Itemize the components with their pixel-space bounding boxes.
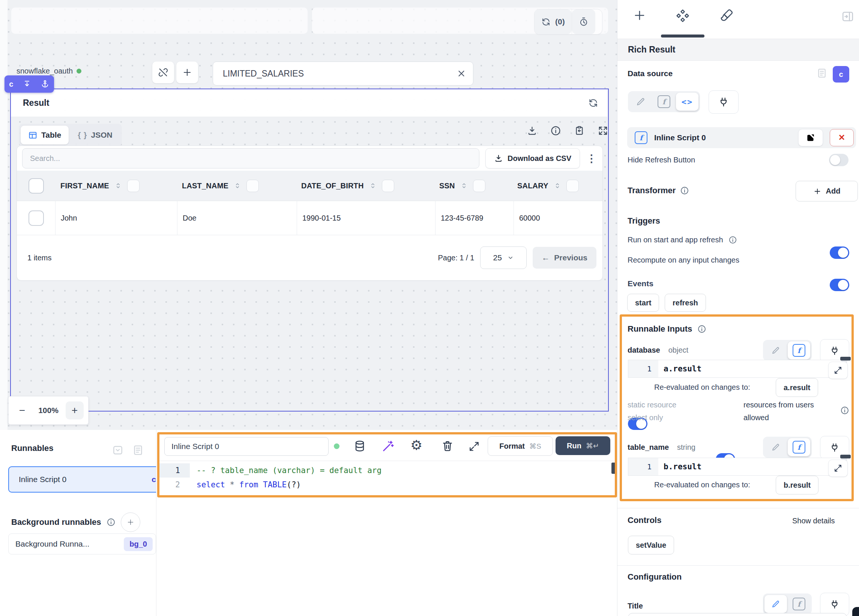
open-script-button[interactable]: [798, 129, 823, 146]
table-name-expression-editor[interactable]: 1 b.result: [628, 458, 847, 476]
fx-mode-option[interactable]: f: [788, 341, 810, 360]
mini-editor-scrollbar[interactable]: [840, 455, 851, 458]
runnables-doc-icon[interactable]: [132, 444, 144, 456]
component-action-pill[interactable]: c: [5, 75, 54, 93]
clear-input-icon[interactable]: [456, 69, 466, 78]
download-icon[interactable]: [527, 125, 537, 136]
collapse-panel-icon[interactable]: [841, 10, 854, 23]
trash-icon[interactable]: [441, 440, 454, 452]
expand-editor-icon[interactable]: [468, 441, 480, 452]
editor-scrollbar[interactable]: [611, 463, 616, 474]
static-mode-option[interactable]: [764, 438, 787, 456]
info-icon[interactable]: [106, 518, 116, 527]
column-header[interactable]: DATE_OF_BIRTH: [296, 171, 434, 201]
add-background-runnable-button[interactable]: [121, 513, 140, 532]
control-chip-setvalue[interactable]: setValue: [628, 536, 674, 555]
zoom-in-button[interactable]: +: [66, 402, 84, 419]
page-size-select[interactable]: 25: [480, 247, 527, 269]
column-option-box[interactable]: [473, 180, 486, 192]
download-csv-button[interactable]: Download as CSV: [486, 148, 580, 169]
info-icon[interactable]: [550, 125, 561, 136]
code-line-1[interactable]: 1 -- ? table_name (varchar) = default ar…: [158, 463, 615, 478]
floating-widget-corner[interactable]: [852, 607, 859, 616]
expand-expression-button[interactable]: [828, 460, 848, 477]
info-icon[interactable]: [840, 406, 849, 415]
connect-title-button[interactable]: [820, 593, 849, 616]
row-checkbox[interactable]: [28, 211, 44, 226]
expression[interactable]: a.result: [658, 360, 841, 377]
tab-table[interactable]: Table: [20, 126, 69, 144]
remove-source-button[interactable]: ✕: [830, 129, 854, 146]
recompute-toggle[interactable]: [830, 279, 849, 291]
run-button[interactable]: Run ⌘↵: [556, 436, 610, 455]
tab-json[interactable]: { } JSON: [70, 126, 120, 144]
gear-icon[interactable]: ⚙: [410, 438, 422, 453]
previous-page-button[interactable]: ← Previous: [533, 247, 597, 269]
connect-source-button[interactable]: [709, 91, 739, 114]
column-header[interactable]: SALARY: [512, 171, 603, 201]
table-name-input[interactable]: [222, 68, 456, 79]
event-chip-refresh[interactable]: refresh: [665, 294, 706, 312]
run-on-start-toggle[interactable]: [830, 247, 849, 259]
show-details-link[interactable]: Show details: [792, 517, 835, 525]
format-button[interactable]: Format ⌘S: [488, 436, 553, 456]
data-source-chip[interactable]: f Inline Script 0 ✕: [627, 127, 856, 148]
select-all-checkbox[interactable]: [28, 178, 44, 194]
maximize-icon[interactable]: [598, 125, 608, 136]
unlink-button[interactable]: [152, 61, 174, 83]
refresh-count-button[interactable]: (0): [534, 9, 572, 34]
code-mode-option[interactable]: <>: [676, 93, 698, 111]
database-expression-editor[interactable]: 1 a.result: [628, 360, 847, 378]
move-down-icon[interactable]: [22, 80, 31, 89]
column-header[interactable]: FIRST_NAME: [55, 171, 176, 201]
info-icon[interactable]: [697, 325, 706, 333]
add-component-tab[interactable]: [633, 8, 647, 22]
collapse-runnables-icon[interactable]: [112, 444, 124, 456]
sort-icon[interactable]: [553, 181, 562, 190]
database-icon[interactable]: [353, 440, 366, 452]
column-option-box[interactable]: [382, 180, 394, 192]
title-input[interactable]: [628, 613, 847, 616]
expression[interactable]: b.result: [658, 458, 841, 475]
mini-editor-scrollbar[interactable]: [840, 357, 851, 361]
column-header[interactable]: LAST_NAME: [176, 171, 296, 201]
search-input[interactable]: [29, 154, 472, 163]
styles-brush-tab[interactable]: [719, 8, 734, 23]
reeval-database-target-chip[interactable]: a.result: [776, 378, 818, 397]
result-refresh-icon[interactable]: [588, 98, 598, 108]
column-option-box[interactable]: [566, 180, 579, 192]
expand-expression-button[interactable]: [828, 362, 848, 379]
sort-icon[interactable]: [369, 181, 377, 190]
static-mode-option[interactable]: [764, 595, 787, 613]
info-icon[interactable]: [728, 236, 737, 244]
anchor-icon[interactable]: [41, 80, 50, 89]
hide-refresh-toggle[interactable]: [829, 154, 848, 166]
history-button[interactable]: [572, 9, 595, 34]
code-line-2[interactable]: 2 select * from TABLE(?): [158, 478, 615, 492]
ai-wand-icon[interactable]: [381, 440, 395, 453]
table-row[interactable]: John Doe 1990-01-15 123-45-6789 60000: [17, 201, 603, 235]
fx-mode-option[interactable]: f: [788, 595, 810, 613]
table-menu-button[interactable]: ⋮: [586, 152, 597, 165]
sort-icon[interactable]: [114, 181, 122, 190]
add-input-button[interactable]: [176, 61, 198, 83]
fx-mode-option[interactable]: f: [788, 438, 810, 456]
column-option-box[interactable]: [247, 180, 259, 192]
add-transformer-button[interactable]: Add: [796, 181, 858, 202]
clipboard-copy-icon[interactable]: [574, 125, 585, 136]
sort-icon[interactable]: [233, 181, 242, 190]
column-option-box[interactable]: [127, 180, 139, 192]
column-header[interactable]: SSN: [434, 171, 512, 201]
runnable-item-inline-script-0[interactable]: Inline Script 0 c: [8, 466, 167, 492]
static-mode-option[interactable]: [764, 341, 787, 360]
fx-mode-option[interactable]: f: [653, 93, 675, 111]
components-tab[interactable]: [675, 8, 690, 23]
info-icon[interactable]: [680, 186, 689, 195]
static-mode-option[interactable]: [629, 93, 652, 111]
zoom-out-button[interactable]: −: [13, 402, 31, 419]
event-chip-start[interactable]: start: [627, 294, 659, 312]
reeval-table-name-target-chip[interactable]: b.result: [776, 476, 818, 494]
doc-icon[interactable]: [816, 67, 828, 79]
background-runnable-item[interactable]: Background Runna... bg_0: [8, 533, 156, 555]
script-name-input[interactable]: [171, 442, 322, 451]
